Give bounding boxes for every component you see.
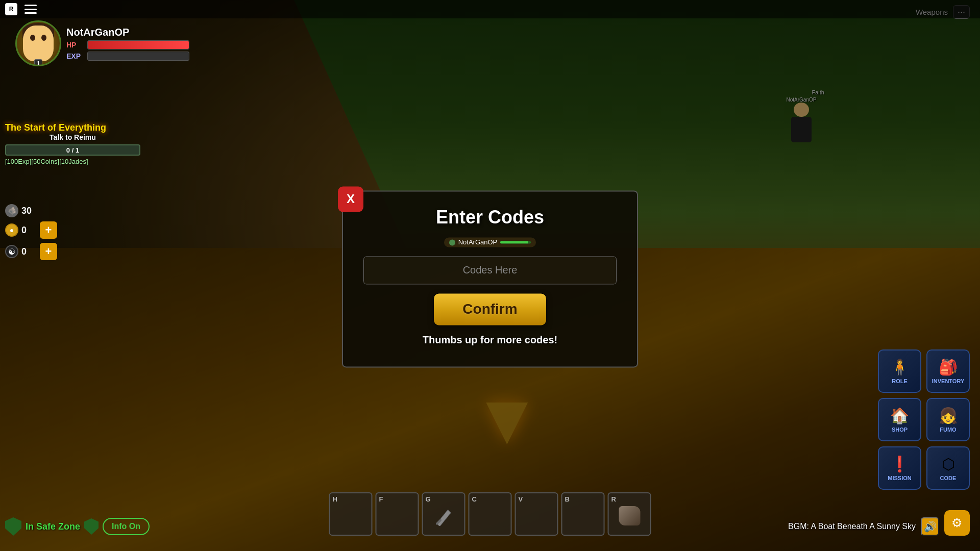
hotbar-item-v — [524, 503, 549, 529]
mission-button[interactable]: ❗ MISSION — [878, 446, 921, 490]
hotbar-key-r: R — [609, 495, 616, 503]
quest-box: The Start of Everything Talk to Reimu 0 … — [5, 122, 140, 165]
settings-button[interactable]: ⚙ — [944, 510, 970, 536]
hotbar-slot-b[interactable]: B — [561, 492, 605, 536]
modal-user-name: NotArGanOP — [458, 238, 498, 246]
roblox-logo: R — [5, 3, 17, 15]
safe-zone-text: In Safe Zone — [26, 521, 80, 532]
sword-item-icon — [432, 506, 455, 526]
yinyang-row: ☯ 0 + — [5, 243, 57, 260]
hp-value: 100/100 — [127, 49, 151, 49]
hotbar-key-f: F — [377, 495, 383, 503]
shield-left-icon — [5, 517, 21, 536]
mission-icon: ❗ — [890, 455, 909, 473]
hp-label: HP — [66, 41, 84, 49]
role-button[interactable]: 🧍 ROLE — [878, 349, 921, 393]
avatar-eyes — [30, 35, 46, 41]
stone-row: 🪨 30 — [5, 204, 57, 217]
hotbar-item-b — [570, 503, 596, 529]
close-modal-button[interactable]: X — [338, 186, 363, 212]
add-yinyang-button[interactable]: + — [40, 243, 57, 260]
role-icon: 🧍 — [890, 358, 909, 376]
volume-button[interactable]: 🔊 — [921, 517, 939, 536]
quest-rewards: [100Exp][50Coins][10Jades] — [5, 158, 140, 165]
hotbar-key-c: C — [470, 495, 477, 503]
stone-icon: 🪨 — [5, 204, 18, 217]
code-label: CODE — [940, 475, 957, 481]
bgm-bar: BGM: A Boat Beneath A Sunny Sky 🔊 — [788, 517, 939, 536]
code-input[interactable] — [363, 256, 617, 284]
hotbar-slot-c[interactable]: C — [469, 492, 512, 536]
exp-row: EXP 0/100 — [66, 52, 189, 61]
top-bar: R — [0, 0, 980, 18]
avatar-face — [23, 26, 54, 61]
confirm-button[interactable]: Confirm — [434, 293, 546, 325]
quest-progress-bar: 0 / 1 — [5, 144, 140, 156]
player-name: NotArGanOP — [66, 27, 189, 38]
player-hud: 1 NotArGanOP HP 100/100 EXP 0/100 — [15, 20, 189, 66]
modal-user-badge: NotArGanOP — [444, 237, 536, 247]
hotbar-key-b: B — [562, 495, 570, 503]
modal-user-health-fill — [500, 241, 528, 243]
hotbar-slot-v[interactable]: V — [515, 492, 558, 536]
hotbar-slot-f[interactable]: F — [376, 492, 419, 536]
coin-icon: ● — [5, 223, 18, 237]
modal-user-dot — [449, 239, 455, 245]
hotbar-key-v: V — [516, 495, 523, 503]
hotbar-slot-h[interactable]: H — [329, 492, 373, 536]
quest-subtitle: Talk to Reimu — [5, 133, 140, 141]
menu-icon[interactable] — [23, 3, 38, 15]
resources-panel: 🪨 30 ● 0 + ☯ 0 + — [5, 204, 57, 260]
exp-value: 0/100 — [130, 60, 147, 61]
hotbar-key-h: H — [330, 495, 337, 503]
avatar-eye-right — [41, 35, 46, 41]
mission-label: MISSION — [888, 475, 911, 481]
fumo-button[interactable]: 👧 FUMO — [926, 398, 970, 441]
hotbar-slot-g[interactable]: G — [422, 492, 465, 536]
avatar: 1 — [15, 20, 61, 66]
safe-zone: In Safe Zone Info On — [5, 517, 150, 536]
hotbar: H F G C V B R — [329, 492, 651, 536]
hp-bar-bg: 100/100 — [87, 40, 189, 49]
avatar-eye-left — [30, 35, 35, 41]
hp-bar-fill — [88, 41, 189, 49]
code-icon: ⬡ — [942, 455, 955, 473]
exp-label: EXP — [66, 52, 84, 60]
hotbar-slot-r[interactable]: R — [608, 492, 651, 536]
quest-progress-text: 0 / 1 — [6, 146, 139, 154]
code-button[interactable]: ⬡ CODE — [926, 446, 970, 490]
modal-title: Enter Codes — [436, 207, 544, 228]
hotbar-item-c — [477, 503, 503, 529]
role-label: ROLE — [892, 378, 908, 384]
fumo-label: FUMO — [940, 427, 956, 433]
inventory-label: INVENTORY — [932, 378, 965, 384]
inventory-button[interactable]: 🎒 INVENTORY — [926, 349, 970, 393]
shop-label: SHOP — [892, 427, 908, 433]
info-button[interactable]: Info On — [103, 518, 150, 535]
shield-right-icon — [84, 518, 99, 535]
level-badge: 1 — [34, 59, 42, 66]
hotbar-item-g — [431, 503, 456, 529]
yinyang-value: 0 — [21, 246, 37, 257]
promo-text: Thumbs up for more codes! — [423, 334, 557, 346]
action-buttons: 🧍 ROLE 🎒 INVENTORY 🏠 SHOP 👧 FUMO ❗ MISSI… — [878, 349, 970, 490]
exp-bar-bg: 0/100 — [87, 52, 189, 61]
quest-title: The Start of Everything — [5, 122, 140, 133]
hotbar-item-f — [384, 503, 410, 529]
fumo-icon: 👧 — [939, 407, 958, 424]
hp-row: HP 100/100 — [66, 40, 189, 49]
code-modal: X Enter Codes NotArGanOP Confirm Thumbs … — [342, 190, 638, 367]
yinyang-icon: ☯ — [5, 245, 18, 258]
coin-row: ● 0 + — [5, 221, 57, 239]
shop-icon: 🏠 — [890, 407, 909, 424]
stone-item-icon — [619, 506, 640, 525]
bgm-text: BGM: A Boat Beneath A Sunny Sky — [788, 522, 916, 531]
hotbar-item-r — [617, 503, 642, 529]
shop-button[interactable]: 🏠 SHOP — [878, 398, 921, 441]
stone-value: 30 — [21, 206, 37, 216]
hotbar-key-g: G — [423, 495, 431, 503]
add-coin-button[interactable]: + — [40, 221, 57, 239]
player-stats: NotArGanOP HP 100/100 EXP 0/100 — [66, 27, 189, 61]
modal-user-health-bar — [500, 241, 531, 243]
coin-value: 0 — [21, 225, 37, 236]
